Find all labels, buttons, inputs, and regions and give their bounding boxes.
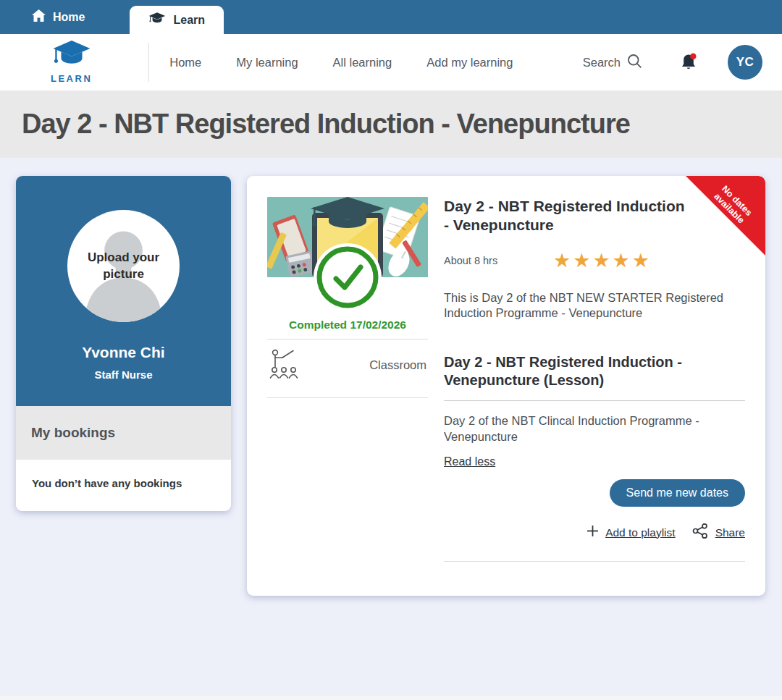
course-description: This is Day 2 of the NBT NEW STARTER Reg… [444, 290, 745, 321]
home-icon [32, 9, 46, 25]
content-area: Upload your picture Yvonne Chi Staff Nur… [0, 158, 782, 596]
top-bar: Home Learn [0, 0, 782, 34]
profile-card: Upload your picture Yvonne Chi Staff Nur… [16, 176, 231, 511]
divider [267, 397, 428, 398]
course-info-column: Day 2 - NBT Registered Induction - Venep… [444, 197, 745, 562]
tab-learn[interactable]: Learn [130, 6, 224, 34]
main-navbar: LEARN Home My learning All learning Add … [0, 34, 782, 90]
send-me-new-dates-button[interactable]: Send me new dates [610, 479, 745, 507]
nav-link-add-my-learning[interactable]: Add my learning [426, 56, 513, 69]
profile-name: Yvonne Chi [16, 344, 231, 361]
nav-divider [148, 43, 149, 82]
course-card-columns: Completed 17/02/2026 [267, 197, 745, 562]
bottom-strip [0, 696, 782, 700]
nav-right: Search YC [583, 45, 762, 80]
learn-logo[interactable]: LEARN [51, 41, 92, 84]
learn-logo-text: LEARN [51, 73, 92, 84]
tab-home-label: Home [53, 11, 85, 24]
button-row: Send me new dates [444, 479, 745, 507]
tab-home[interactable]: Home [28, 0, 89, 34]
learn-logo-cap-icon [51, 41, 92, 72]
course-thumbnail [267, 197, 428, 277]
classroom-icon [269, 347, 305, 382]
nav-link-all-learning[interactable]: All learning [333, 56, 392, 69]
notifications-button[interactable] [680, 53, 697, 72]
tab-learn-label: Learn [173, 14, 205, 27]
course-card: No dates available [247, 176, 765, 596]
card-links-row: Add to playlist Share [444, 523, 745, 541]
divider [444, 400, 745, 401]
course-meta-row: About 8 hrs ★★★★★ [444, 251, 745, 271]
page-title-band: Day 2 - NBT Registered Induction - Venep… [0, 90, 782, 158]
nav-links: Home My learning All learning Add my lea… [169, 56, 513, 69]
read-less-link[interactable]: Read less [444, 455, 495, 468]
search-button[interactable]: Search [583, 54, 642, 72]
notification-dot [690, 54, 696, 59]
upload-picture-label: Upload your picture [77, 250, 171, 282]
page-title: Day 2 - NBT Registered Induction - Venep… [22, 109, 630, 140]
share-group: Share [692, 523, 745, 541]
search-icon [627, 54, 642, 72]
avatar-initials: YC [736, 55, 754, 69]
delivery-type-row: Classroom [267, 340, 428, 390]
completed-check-icon [313, 243, 382, 312]
graduation-cap-icon [148, 12, 166, 28]
search-label: Search [583, 56, 621, 69]
delivery-type-label: Classroom [369, 358, 426, 372]
nav-link-home[interactable]: Home [169, 56, 201, 69]
course-media-column: Completed 17/02/2026 [267, 197, 428, 562]
course-duration: About 8 hrs [444, 255, 553, 266]
star-rating: ★★★★★ [553, 251, 652, 271]
lesson-description: Day 2 of the NBT Clincal Induction Progr… [444, 413, 745, 444]
plus-icon [586, 525, 599, 540]
profile-card-top: Upload your picture Yvonne Chi Staff Nur… [16, 176, 231, 406]
upload-picture-button[interactable]: Upload your picture [67, 210, 180, 322]
my-bookings-header: My bookings [16, 406, 231, 460]
nav-link-my-learning[interactable]: My learning [236, 56, 298, 69]
share-icon [692, 523, 709, 541]
lesson-title: Day 2 - NBT Registered Induction - Venep… [444, 353, 745, 389]
course-title: Day 2 - NBT Registered Induction - Venep… [444, 197, 745, 235]
share-link[interactable]: Share [715, 526, 745, 539]
my-bookings-empty-message: You don’t have any bookings [16, 460, 231, 511]
completed-date: Completed 17/02/2026 [267, 319, 428, 332]
divider [444, 561, 745, 562]
add-to-playlist-link[interactable]: Add to playlist [605, 526, 676, 539]
profile-role: Staff Nurse [16, 368, 231, 381]
user-avatar[interactable]: YC [728, 45, 762, 80]
